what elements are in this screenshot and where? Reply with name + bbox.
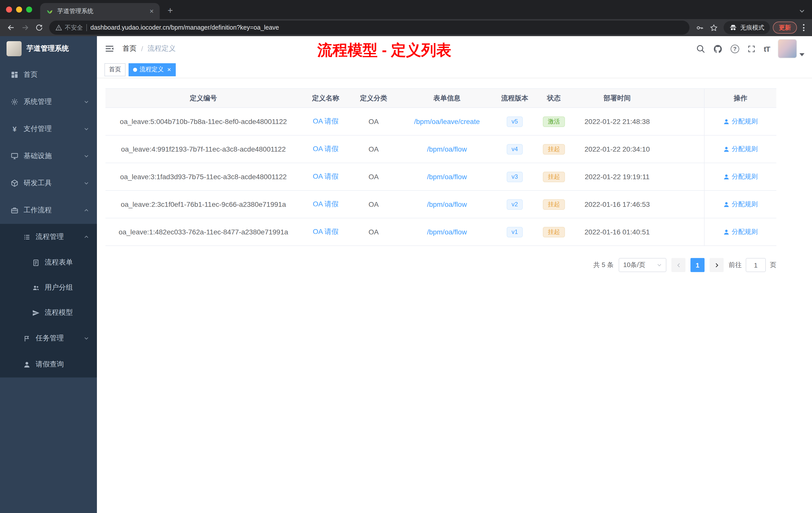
col-definition-id: 定义编号: [106, 89, 301, 108]
cell-definition-id: oa_leave:4:991f2193-7b7f-11ec-a3c8-acde4…: [106, 135, 301, 163]
form-link[interactable]: /bpm/oa/leave/create: [414, 117, 480, 125]
sidebar-item-workflow[interactable]: 工作流程: [0, 197, 97, 224]
col-form-info: 表单信息: [397, 89, 497, 108]
tag-process-definition[interactable]: 流程定义 ×: [128, 63, 175, 76]
search-icon[interactable]: [696, 44, 705, 53]
sidebar-menu: 首页 系统管理 ¥ 支付管理: [0, 61, 97, 513]
table-header-row: 定义编号 定义名称 定义分类 表单信息 流程版本 状态 部署时间 操作: [106, 89, 776, 108]
sidebar-item-label: 工作流程: [24, 206, 79, 215]
form-link[interactable]: /bpm/oa/flow: [427, 200, 467, 208]
monitor-icon: [10, 152, 19, 160]
browser-menu-kebab-icon[interactable]: [799, 21, 808, 35]
person-icon: [723, 118, 730, 125]
definition-id: oa_leave:5:004b710b-7b8a-11ec-8ef0-acde4…: [120, 117, 287, 125]
sidebar-item-task-mgmt[interactable]: 任务管理: [0, 325, 97, 351]
font-size-icon[interactable]: tT: [764, 44, 770, 53]
form-link[interactable]: /bpm/oa/flow: [427, 173, 467, 181]
assign-rule-link[interactable]: 分配规则: [723, 200, 758, 209]
payment-icon: ¥: [10, 125, 19, 133]
cell-form: /bpm/oa/flow: [397, 135, 497, 163]
password-key-icon[interactable]: [693, 21, 706, 35]
deploy-time: 2022-01-22 19:19:11: [585, 173, 649, 181]
sidebar-item-infrastructure[interactable]: 基础设施: [0, 143, 97, 170]
tags-view: 首页 流程定义 ×: [97, 61, 812, 78]
github-icon[interactable]: [713, 44, 723, 54]
incognito-label: 无痕模式: [740, 23, 764, 32]
definition-id: oa_leave:4:991f2193-7b7f-11ec-a3c8-acde4…: [121, 145, 286, 153]
next-page-button[interactable]: [709, 258, 724, 272]
definition-name-link[interactable]: OA 请假: [313, 172, 339, 181]
cell-filler: [659, 163, 704, 191]
reload-button[interactable]: [32, 21, 46, 35]
close-window-button[interactable]: [6, 6, 12, 12]
back-button[interactable]: [4, 21, 18, 35]
assign-rule-link[interactable]: 分配规则: [723, 172, 758, 181]
page-size-select[interactable]: 10条/页: [619, 258, 666, 272]
assign-rule-link[interactable]: 分配规则: [723, 117, 758, 126]
page-annotation: 流程模型 - 定义列表: [317, 40, 451, 61]
person-icon: [22, 361, 31, 368]
new-tab-button[interactable]: +: [164, 4, 177, 17]
help-icon[interactable]: ?: [731, 44, 739, 53]
user-menu[interactable]: [778, 39, 805, 58]
status-badge: 挂起: [543, 172, 565, 182]
definition-table: 定义编号 定义名称 定义分类 表单信息 流程版本 状态 部署时间 操作 oa_l…: [106, 88, 776, 246]
tab-list-chevron-icon[interactable]: [799, 8, 805, 14]
definition-name-link[interactable]: OA 请假: [313, 200, 339, 209]
form-link[interactable]: /bpm/oa/flow: [427, 228, 467, 236]
browser-tab[interactable]: 芋道管理系统 ×: [40, 3, 160, 19]
assign-rule-link[interactable]: 分配规则: [723, 145, 758, 154]
app-root: 芋道管理系统 首页 系统管理: [0, 36, 812, 513]
category: OA: [369, 173, 379, 181]
tab-close-icon[interactable]: ×: [148, 7, 156, 15]
form-link[interactable]: /bpm/oa/flow: [427, 145, 467, 153]
sidebar-item-leave-query[interactable]: 请假查询: [0, 351, 97, 378]
sidebar-item-payment-mgmt[interactable]: ¥ 支付管理: [0, 116, 97, 143]
definition-name-link[interactable]: OA 请假: [313, 145, 339, 154]
fullscreen-icon[interactable]: [747, 44, 756, 53]
minimize-window-button[interactable]: [16, 6, 22, 12]
status-badge: 挂起: [543, 144, 565, 154]
cell-filler: [659, 135, 704, 163]
breadcrumb-separator: /: [141, 45, 143, 53]
table-row: oa_leave:2:3c1f0ef1-76b1-11ec-9c66-a2380…: [106, 191, 776, 218]
address-bar[interactable]: 不安全 dashboard.yudao.iocoder.cn/bpm/manag…: [49, 21, 690, 35]
hamburger-icon[interactable]: [105, 44, 115, 54]
gear-icon: [10, 98, 19, 106]
update-browser-button[interactable]: 更新: [773, 22, 797, 34]
page-size-value: 10条/页: [623, 261, 645, 270]
cell-definition-name: OA 请假: [301, 135, 350, 163]
sidebar-item-process-form[interactable]: 流程表单: [0, 250, 97, 275]
assign-rule-link[interactable]: 分配规则: [723, 228, 758, 236]
sidebar-logo[interactable]: 芋道管理系统: [0, 36, 97, 61]
cell-definition-id: oa_leave:1:482ec033-762a-11ec-8477-a2380…: [106, 218, 301, 246]
tag-home[interactable]: 首页: [105, 63, 125, 76]
definition-name-link[interactable]: OA 请假: [313, 228, 339, 236]
person-icon: [723, 174, 730, 180]
sidebar-item-home[interactable]: 首页: [0, 61, 97, 88]
goto-page-input[interactable]: [746, 258, 766, 272]
cell-deploy-time: 2022-01-22 21:48:38: [575, 108, 659, 135]
cell-category: OA: [350, 191, 397, 218]
pagination: 共 5 条 10条/页 1 前往: [106, 258, 776, 272]
zoom-window-button[interactable]: [26, 6, 32, 12]
col-status: 状态: [533, 89, 575, 108]
sidebar-item-process-model[interactable]: 流程模型: [0, 300, 97, 325]
breadcrumb-home[interactable]: 首页: [122, 44, 137, 53]
page-number-button[interactable]: 1: [691, 258, 704, 272]
sidebar-item-process-mgmt[interactable]: 流程管理: [0, 224, 97, 250]
sidebar-item-system-mgmt[interactable]: 系统管理: [0, 88, 97, 116]
sidebar-item-dev-tools[interactable]: 研发工具: [0, 170, 97, 197]
tag-close-icon[interactable]: ×: [167, 66, 171, 73]
sidebar-item-user-group[interactable]: 用户分组: [0, 275, 97, 300]
col-definition-name: 定义名称: [301, 89, 350, 108]
tag-label: 流程定义: [140, 65, 164, 74]
bookmark-star-icon[interactable]: [706, 21, 721, 35]
prev-page-button[interactable]: [671, 258, 686, 272]
col-filler: [659, 89, 704, 108]
tab-favicon-icon: [46, 7, 53, 14]
definition-name-link[interactable]: OA 请假: [313, 117, 339, 126]
forward-button[interactable]: [18, 21, 32, 35]
table-row: oa_leave:5:004b710b-7b8a-11ec-8ef0-acde4…: [106, 108, 776, 135]
sidebar-item-label: 基础设施: [24, 152, 79, 161]
